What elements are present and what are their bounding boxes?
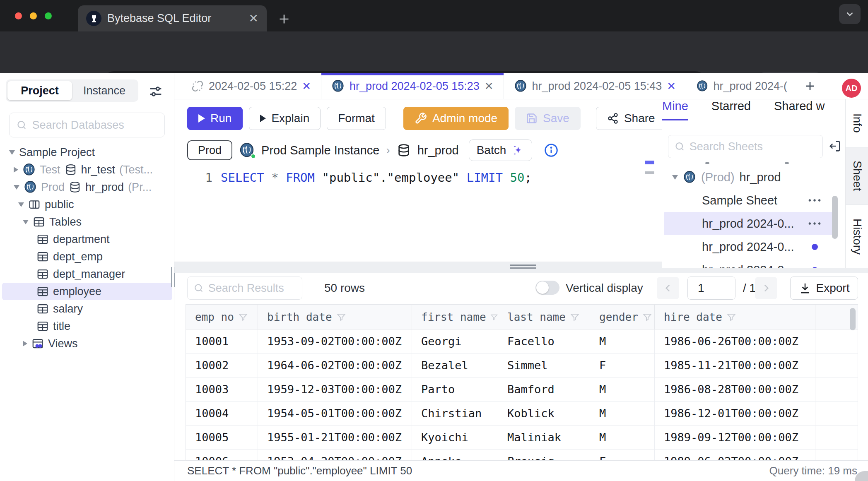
cell[interactable]: Kyoichi <box>412 426 498 449</box>
close-tab-icon[interactable]: ✕ <box>302 80 311 93</box>
table-scrollbar-thumb[interactable] <box>850 308 856 330</box>
vertical-display-toggle[interactable] <box>535 281 559 295</box>
cell[interactable]: M <box>590 329 655 353</box>
cell[interactable]: Simmel <box>498 354 590 377</box>
tab-project[interactable]: Project <box>7 81 72 100</box>
save-button[interactable]: Save <box>515 107 581 130</box>
info-icon[interactable] <box>544 143 559 158</box>
cell[interactable]: 10002 <box>186 354 258 377</box>
sheet-item-selected[interactable]: hr_prod 2024-0... <box>664 212 838 235</box>
caret-down-icon[interactable] <box>672 175 678 180</box>
export-button[interactable]: Export <box>790 277 858 300</box>
sheet-tab-1[interactable]: 2024-02-05 15:22 ✕ <box>181 73 321 99</box>
tree-item-prod-db[interactable]: Prod hr_prod (Pr... <box>2 178 172 196</box>
browser-tab-close-icon[interactable]: ✕ <box>249 13 258 24</box>
table-row[interactable]: 100031959-12-03T00:00:00ZPartoBamfordM19… <box>186 378 858 402</box>
cell[interactable]: Bamford <box>498 378 590 401</box>
sql-code-line[interactable]: SELECT * FROM "public"."employee" LIMIT … <box>221 171 532 185</box>
column-header[interactable]: hire_date <box>655 305 815 329</box>
collapse-panel-icon[interactable] <box>828 139 842 153</box>
tab-history[interactable]: History <box>846 205 868 268</box>
window-minimize-light[interactable] <box>30 12 37 19</box>
explain-button[interactable]: Explain <box>249 107 321 130</box>
cell[interactable]: 1985-11-21T00:00:00Z <box>655 354 815 377</box>
cell[interactable]: 1986-08-28T00:00:00Z <box>655 378 815 401</box>
close-tab-icon[interactable]: ✕ <box>485 80 494 93</box>
caret-down-icon[interactable] <box>23 220 29 224</box>
cell[interactable]: 10001 <box>186 329 258 353</box>
table-row[interactable]: 100041954-05-01T00:00:00ZChirstianKoblic… <box>186 402 858 426</box>
cell[interactable]: M <box>590 378 655 401</box>
sheet-item-partial[interactable]: hr_prod 2024-0 <box>662 258 839 268</box>
tree-item-table[interactable]: department <box>2 231 172 248</box>
admin-mode-button[interactable]: Admin mode <box>403 107 509 130</box>
new-sheet-tab-button[interactable] <box>797 73 823 99</box>
next-page-button[interactable] <box>755 277 777 299</box>
tree-item-tables-group[interactable]: Tables <box>2 213 172 231</box>
table-row[interactable]: 100051955-01-21T00:00:00ZKyoichiMaliniak… <box>186 426 858 450</box>
cell[interactable]: 1986-12-01T00:00:00Z <box>655 402 815 425</box>
sheet-tab-4[interactable]: hr_prod 2024-( <box>686 73 797 99</box>
caret-right-icon[interactable] <box>14 167 18 173</box>
cell[interactable]: 10006 <box>186 450 258 460</box>
caret-down-icon[interactable] <box>14 185 19 190</box>
window-zoom-light[interactable] <box>45 12 52 19</box>
cell[interactable]: 1989-06-02T00:00:00Z <box>655 450 815 460</box>
cell[interactable]: Maliniak <box>498 426 590 449</box>
tree-item-test-db[interactable]: Test hr_test (Test... <box>2 161 172 178</box>
more-menu-icon[interactable] <box>806 215 823 232</box>
cell[interactable]: F <box>590 354 655 377</box>
tab-shared[interactable]: Shared w <box>774 99 825 120</box>
cell[interactable]: Koblick <box>498 402 590 425</box>
more-menu-icon[interactable] <box>806 192 823 209</box>
divider-drag-handle[interactable] <box>510 265 536 270</box>
sheets-scrollbar-thumb[interactable] <box>832 196 838 239</box>
tree-item-table[interactable]: title <box>2 317 172 335</box>
cell[interactable]: Bezalel <box>412 354 498 377</box>
instance-name[interactable]: Prod Sample Instance <box>261 144 379 157</box>
column-header[interactable]: emp_no <box>186 305 258 329</box>
tree-item-table-selected[interactable]: employee <box>2 283 172 300</box>
sort-icon[interactable] <box>238 312 248 322</box>
tree-item-views-group[interactable]: Views <box>2 335 172 352</box>
tree-item-schema-public[interactable]: public <box>2 196 172 213</box>
cell[interactable]: 10003 <box>186 378 258 401</box>
cell[interactable]: 1953-09-02T00:00:00Z <box>258 329 412 353</box>
prev-page-button[interactable] <box>657 277 679 299</box>
filter-settings-icon[interactable] <box>147 83 164 100</box>
tab-instance[interactable]: Instance <box>72 81 137 100</box>
tree-item-project[interactable]: Sample Project <box>2 144 172 161</box>
tab-mine[interactable]: Mine <box>662 99 688 120</box>
cell[interactable]: Georgi <box>412 329 498 353</box>
column-header[interactable]: gender <box>590 305 655 329</box>
cell[interactable]: Preusig <box>498 450 590 460</box>
cell[interactable]: Facello <box>498 329 590 353</box>
sheet-tab-2-active[interactable]: hr_prod 2024-02-05 15:23 ✕ <box>321 73 504 99</box>
tab-sheet[interactable]: Sheet <box>846 147 868 205</box>
sort-icon[interactable] <box>726 312 736 322</box>
cell[interactable]: Parto <box>412 378 498 401</box>
window-close-light[interactable] <box>15 12 22 19</box>
caret-down-icon[interactable] <box>9 150 15 155</box>
tab-info[interactable]: Info <box>846 99 868 147</box>
tree-item-table[interactable]: dept_emp <box>2 248 172 265</box>
sort-icon[interactable] <box>642 312 652 322</box>
sheet-tab-3[interactable]: hr_prod 2024-02-05 15:43 ✕ <box>504 73 687 99</box>
table-row[interactable]: 100021964-06-02T00:00:00ZBezalelSimmelF1… <box>186 354 858 378</box>
cell[interactable]: 1964-06-02T00:00:00Z <box>258 354 412 377</box>
column-header[interactable]: first_name <box>412 305 498 329</box>
page-number-input[interactable] <box>687 277 735 300</box>
cell[interactable]: 1989-09-12T00:00:00Z <box>655 426 815 449</box>
table-row[interactable]: 100011953-09-02T00:00:00ZGeorgiFacelloM1… <box>186 329 858 354</box>
sheet-item[interactable]: hr_prod 2024-0... <box>662 235 839 258</box>
tree-item-table[interactable]: dept_manager <box>2 265 172 283</box>
column-header[interactable]: last_name <box>498 305 590 329</box>
database-name[interactable]: hr_prod <box>417 144 459 157</box>
run-button[interactable]: Run <box>187 107 243 130</box>
tab-starred[interactable]: Starred <box>711 99 751 120</box>
cell[interactable]: M <box>590 426 655 449</box>
caret-right-icon[interactable] <box>23 341 27 346</box>
search-sheets-input[interactable] <box>690 140 817 153</box>
column-header[interactable]: birth_date <box>258 305 412 329</box>
format-button[interactable]: Format <box>327 107 386 130</box>
